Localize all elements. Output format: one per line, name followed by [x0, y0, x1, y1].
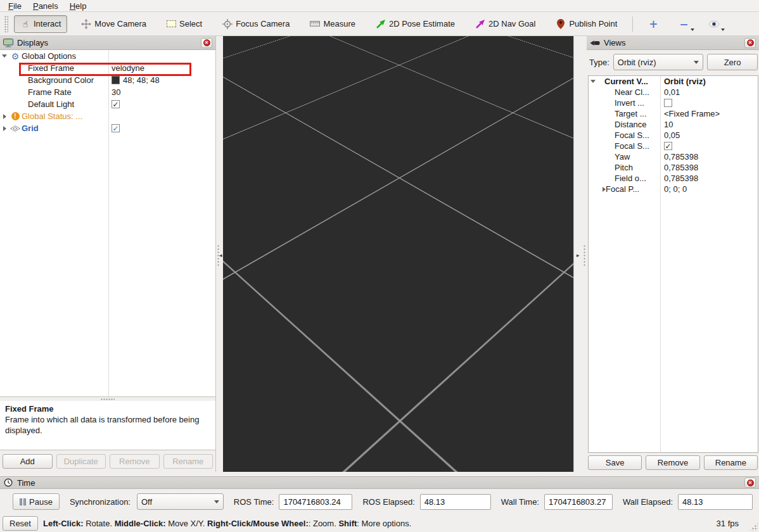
- rviz-window: File Panels Help ☝ Interact Move Camera …: [0, 0, 759, 532]
- toolbar-separator: [632, 16, 633, 32]
- tree-row-global-options[interactable]: ⚙ Global Options: [0, 50, 215, 62]
- measure-icon: [310, 19, 320, 29]
- views-close-button[interactable]: ✕: [744, 38, 756, 48]
- right-splitter[interactable]: ▸: [573, 36, 587, 472]
- video-camera-icon: [590, 38, 600, 48]
- collapse-arrow-icon[interactable]: [3, 126, 6, 131]
- view-row-invert-z[interactable]: Invert ... ✓: [589, 98, 758, 108]
- move-camera-label: Move Camera: [94, 19, 146, 28]
- ros-time-input[interactable]: [279, 494, 352, 510]
- pose-estimate-tool-button[interactable]: 2D Pose Estimate: [369, 15, 461, 33]
- menu-help[interactable]: Help: [64, 1, 92, 11]
- views-remove-button[interactable]: Remove: [646, 455, 699, 470]
- view-row-target-frame[interactable]: Target ... <Fixed Frame>: [589, 108, 758, 119]
- main-area: Displays ✕ ⚙ Global Options Fixed Frame …: [0, 36, 759, 472]
- publish-point-tool-button[interactable]: Publish Point: [549, 15, 623, 33]
- duplicate-button[interactable]: Duplicate: [56, 454, 106, 469]
- focal-shape-checkbox[interactable]: ✓: [664, 142, 672, 150]
- displays-panel-title: Displays: [17, 38, 48, 48]
- pause-button[interactable]: Pause: [13, 493, 60, 510]
- nav-goal-label: 2D Nav Goal: [488, 19, 535, 28]
- collapse-right-icon[interactable]: ▸: [577, 252, 580, 258]
- tree-row-global-status[interactable]: ! Global Status: ...: [0, 110, 215, 122]
- default-light-checkbox[interactable]: ✓: [112, 100, 120, 108]
- tree-row-background-color[interactable]: Background Color 48; 48; 48: [0, 74, 215, 86]
- expand-arrow-icon[interactable]: [2, 54, 7, 58]
- views-tree: Current V... Orbit (rviz) Near Cl... 0,0…: [588, 75, 758, 453]
- grid-plane: [223, 36, 573, 178]
- wall-time-label: Wall Time:: [501, 497, 539, 507]
- time-close-button[interactable]: ✕: [744, 478, 756, 488]
- view-row-current-view[interactable]: Current V... Orbit (rviz): [589, 76, 758, 87]
- time-panel-header: Time ✕: [0, 476, 759, 489]
- displays-close-button[interactable]: ✕: [201, 38, 212, 48]
- menu-file[interactable]: File: [3, 1, 27, 11]
- tree-row-grid[interactable]: Grid ✓: [0, 122, 215, 134]
- wall-elapsed-input[interactable]: [678, 494, 753, 510]
- interact-label: Interact: [34, 19, 61, 28]
- view-type-value: Orbit (rviz): [618, 58, 656, 67]
- menu-panels[interactable]: Panels: [27, 1, 64, 11]
- view-type-dropdown[interactable]: Orbit (rviz): [613, 54, 703, 70]
- view-row-yaw[interactable]: Yaw 0,785398: [589, 151, 758, 162]
- displays-icon: [3, 38, 13, 48]
- status-bar: Reset Left-Click: Rotate. Middle-Click: …: [0, 514, 759, 532]
- view-row-pitch[interactable]: Pitch 0,785398: [589, 162, 758, 173]
- pose-estimate-label: 2D Pose Estimate: [389, 19, 455, 28]
- view-row-distance[interactable]: Distance 10: [589, 119, 758, 130]
- type-label: Type:: [589, 58, 609, 67]
- rename-button[interactable]: Rename: [163, 454, 214, 469]
- toolbar-grip[interactable]: [4, 16, 8, 32]
- views-panel: Views ✕ Type: Orbit (rviz) Zero Current …: [587, 36, 759, 472]
- nav-goal-tool-button[interactable]: 2D Nav Goal: [469, 15, 542, 33]
- zero-button[interactable]: Zero: [707, 54, 758, 70]
- view-row-focal-shape-fixed[interactable]: Focal S... ✓: [589, 141, 758, 151]
- measure-tool-button[interactable]: Measure: [303, 15, 362, 33]
- reset-button[interactable]: Reset: [3, 516, 38, 531]
- tree-row-default-light[interactable]: Default Light ✓: [0, 98, 215, 110]
- left-splitter[interactable]: ◂: [216, 36, 223, 472]
- ros-elapsed-label: ROS Elapsed:: [362, 497, 414, 507]
- save-button[interactable]: Save: [588, 455, 642, 470]
- view-row-near-clip[interactable]: Near Cl... 0,01: [589, 87, 758, 98]
- views-panel-title: Views: [604, 38, 625, 48]
- horizontal-splitter[interactable]: [0, 472, 759, 476]
- add-tool-button[interactable]: +: [642, 15, 665, 33]
- select-tool-button[interactable]: Select: [160, 15, 208, 32]
- ros-elapsed-input[interactable]: [420, 494, 491, 510]
- wall-time-input[interactable]: [544, 494, 613, 510]
- minus-icon: −: [679, 19, 689, 29]
- expand-arrow-icon[interactable]: [590, 80, 596, 83]
- view-row-field-of-view[interactable]: Field o... 0,785398: [589, 173, 758, 184]
- color-swatch[interactable]: [112, 76, 120, 84]
- time-panel-content: Pause Synchronization: Off ROS Time: ROS…: [0, 489, 759, 514]
- remove-button[interactable]: Remove: [110, 454, 160, 469]
- tree-row-fixed-frame[interactable]: Fixed Frame velodyne: [0, 62, 215, 74]
- property-description: Fixed Frame Frame into which all data is…: [0, 401, 215, 450]
- add-button[interactable]: Add: [3, 454, 53, 469]
- map-pin-icon: [556, 19, 566, 29]
- collapse-left-icon[interactable]: ◂: [219, 252, 222, 258]
- view-type-row: Type: Orbit (rviz) Zero: [587, 50, 759, 74]
- view-row-focal-point[interactable]: Focal P... 0; 0; 0: [589, 184, 758, 194]
- tree-row-frame-rate[interactable]: Frame Rate 30: [0, 86, 215, 98]
- invert-z-checkbox[interactable]: ✓: [664, 99, 672, 107]
- measure-label: Measure: [323, 19, 355, 28]
- grid-checkbox[interactable]: ✓: [112, 124, 120, 132]
- move-camera-tool-button[interactable]: Move Camera: [75, 15, 153, 33]
- remove-tool-button[interactable]: −: [672, 15, 695, 33]
- magenta-arrow-icon: [475, 19, 485, 29]
- sync-dropdown[interactable]: Off: [137, 493, 224, 510]
- hand-icon: ☝: [20, 19, 30, 29]
- interact-tool-button[interactable]: ☝ Interact: [14, 15, 67, 33]
- views-rename-button[interactable]: Rename: [704, 455, 758, 470]
- collapse-arrow-icon[interactable]: [3, 114, 6, 119]
- displays-tree: ⚙ Global Options Fixed Frame velodyne Ba…: [0, 50, 215, 397]
- fixed-frame-value[interactable]: velodyne: [112, 63, 144, 73]
- fps-counter: 31 fps: [717, 519, 756, 528]
- render-viewport[interactable]: [223, 36, 573, 472]
- displays-panel-header: Displays ✕: [0, 36, 215, 50]
- view-row-focal-shape-size[interactable]: Focal S... 0,05: [589, 130, 758, 141]
- focus-camera-tool-button[interactable]: Focus Camera: [216, 15, 296, 33]
- tool-visibility-button[interactable]: [703, 15, 725, 33]
